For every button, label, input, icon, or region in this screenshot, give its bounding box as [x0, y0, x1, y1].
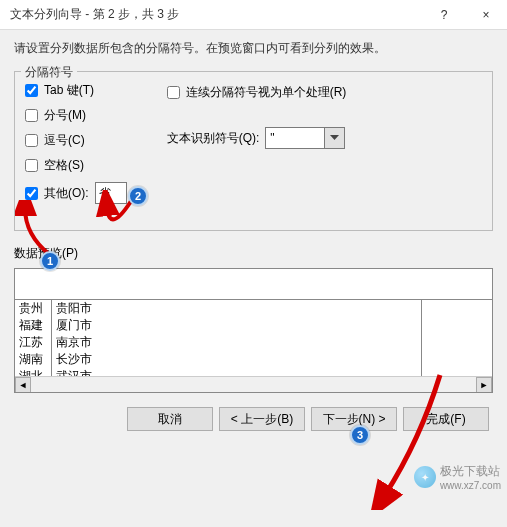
- table-cell: 南京市: [51, 334, 422, 351]
- table-cell: 武汉市: [51, 368, 422, 376]
- text-qualifier-combo[interactable]: [265, 127, 345, 149]
- annotation-badge-3: 3: [350, 425, 370, 445]
- chevron-down-icon[interactable]: [325, 127, 345, 149]
- table-cell: 贵阳市: [51, 300, 422, 318]
- table-cell: 福建: [15, 317, 51, 334]
- other-input[interactable]: [95, 182, 127, 204]
- delimiter-fieldset: 分隔符号 Tab 键(T) 分号(M) 逗号(C) 空格(S): [14, 71, 493, 231]
- tab-label: Tab 键(T): [44, 82, 94, 99]
- text-qualifier-input[interactable]: [265, 127, 325, 149]
- delimiter-left-column: Tab 键(T) 分号(M) 逗号(C) 空格(S) 其他(O):: [25, 82, 127, 204]
- semicolon-checkbox[interactable]: [25, 109, 38, 122]
- annotation-badge-2: 2: [128, 186, 148, 206]
- scroll-left-icon[interactable]: ◄: [15, 377, 31, 393]
- table-row: 贵州贵阳市: [15, 300, 492, 318]
- table-cell: 湖南: [15, 351, 51, 368]
- preview-table: 贵州贵阳市福建厦门市江苏南京市湖南长沙市湖北武汉市: [15, 299, 492, 376]
- horizontal-scrollbar[interactable]: ◄ ►: [15, 376, 492, 392]
- text-qualifier-label: 文本识别符号(Q):: [167, 130, 260, 147]
- table-row: 福建厦门市: [15, 317, 492, 334]
- watermark-url: www.xz7.com: [440, 480, 501, 491]
- table-cell: 长沙市: [51, 351, 422, 368]
- titlebar: 文本分列向导 - 第 2 步，共 3 步 ? ×: [0, 0, 507, 30]
- close-button[interactable]: ×: [465, 0, 507, 29]
- other-checkbox[interactable]: [25, 187, 38, 200]
- finish-button[interactable]: 完成(F): [403, 407, 489, 431]
- button-row: 取消 < 上一步(B) 下一步(N) > 完成(F): [14, 393, 493, 437]
- watermark-icon: ✦: [414, 466, 436, 488]
- table-cell: 贵州: [15, 300, 51, 318]
- comma-label: 逗号(C): [44, 132, 85, 149]
- dialog-body: 请设置分列数据所包含的分隔符号。在预览窗口内可看到分列的效果。 分隔符号 Tab…: [0, 30, 507, 447]
- delimiter-legend: 分隔符号: [21, 64, 77, 81]
- watermark-text-group: 极光下载站 www.xz7.com: [440, 463, 501, 491]
- window-controls: ? ×: [423, 0, 507, 29]
- table-row: 湖南长沙市: [15, 351, 492, 368]
- consecutive-label: 连续分隔符号视为单个处理(R): [186, 84, 347, 101]
- semicolon-label: 分号(M): [44, 107, 86, 124]
- window-title: 文本分列向导 - 第 2 步，共 3 步: [10, 6, 179, 23]
- table-cell: 湖北: [15, 368, 51, 376]
- comma-checkbox[interactable]: [25, 134, 38, 147]
- preview-box: 贵州贵阳市福建厦门市江苏南京市湖南长沙市湖北武汉市 ◄ ►: [14, 268, 493, 393]
- preview-section: 数据预览(P) 贵州贵阳市福建厦门市江苏南京市湖南长沙市湖北武汉市 ◄ ►: [14, 245, 493, 393]
- scroll-right-icon[interactable]: ►: [476, 377, 492, 393]
- watermark-text: 极光下载站: [440, 463, 501, 480]
- table-row: 湖北武汉市: [15, 368, 492, 376]
- table-row: 江苏南京市: [15, 334, 492, 351]
- space-label: 空格(S): [44, 157, 84, 174]
- back-button[interactable]: < 上一步(B): [219, 407, 305, 431]
- preview-label: 数据预览(P): [14, 245, 493, 262]
- cancel-button[interactable]: 取消: [127, 407, 213, 431]
- other-label: 其他(O):: [44, 185, 89, 202]
- space-checkbox[interactable]: [25, 159, 38, 172]
- table-cell: 江苏: [15, 334, 51, 351]
- instruction-text: 请设置分列数据所包含的分隔符号。在预览窗口内可看到分列的效果。: [14, 40, 493, 57]
- tab-checkbox[interactable]: [25, 84, 38, 97]
- consecutive-checkbox[interactable]: [167, 86, 180, 99]
- help-button[interactable]: ?: [423, 0, 465, 29]
- table-cell: 厦门市: [51, 317, 422, 334]
- delimiter-right-column: 连续分隔符号视为单个处理(R) 文本识别符号(Q):: [167, 82, 347, 204]
- annotation-badge-1: 1: [40, 251, 60, 271]
- watermark: ✦ 极光下载站 www.xz7.com: [414, 463, 501, 491]
